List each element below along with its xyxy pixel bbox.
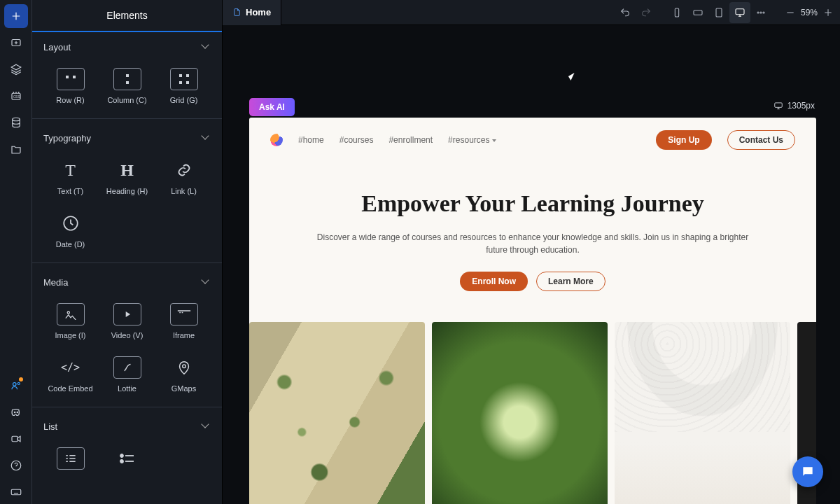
svg-rect-16 <box>675 8 678 17</box>
top-bar: Home 59% <box>223 0 840 25</box>
svg-rect-23 <box>774 103 782 107</box>
gallery-image-3[interactable] <box>615 322 790 504</box>
svg-text:CSS: CSS <box>13 95 19 99</box>
chevron-down-icon <box>202 43 211 52</box>
rail-insert-section[interactable] <box>4 31 28 55</box>
rail-data[interactable] <box>4 111 28 134</box>
section-header-list[interactable]: List <box>43 421 211 432</box>
rail-help[interactable] <box>4 454 28 477</box>
svg-point-15 <box>120 460 123 463</box>
rail-files[interactable] <box>4 137 28 161</box>
element-list-a[interactable] <box>43 440 97 477</box>
zoom-out[interactable] <box>783 2 798 23</box>
section-list: List <box>32 412 222 479</box>
chevron-down-icon <box>202 279 211 287</box>
rail-team[interactable] <box>4 374 28 398</box>
mouse-cursor-icon <box>569 74 579 87</box>
chevron-down-icon <box>202 423 211 431</box>
nav-courses[interactable]: #courses <box>340 135 374 145</box>
site-header: #home #courses #enrollment #resources Si… <box>249 118 816 162</box>
rail-add[interactable] <box>4 4 28 28</box>
element-gmaps[interactable]: GMaps <box>157 349 211 400</box>
element-column[interactable]: Column (C) <box>100 61 154 111</box>
section-header-typography[interactable]: Typography <box>43 133 211 144</box>
rail-css[interactable]: CSS <box>4 84 28 108</box>
svg-point-21 <box>760 11 762 13</box>
element-list-b[interactable] <box>100 440 154 477</box>
enroll-button[interactable]: Enroll Now <box>460 272 528 291</box>
section-header-layout[interactable]: Layout <box>43 42 211 52</box>
signup-button[interactable]: Sign Up <box>656 130 711 150</box>
panel-title: Elements <box>32 0 222 32</box>
viewport-tablet[interactable] <box>708 2 729 23</box>
zoom-control: 59% <box>783 2 836 23</box>
element-date[interactable]: Date (D) <box>43 205 97 255</box>
learn-more-button[interactable]: Learn More <box>536 272 606 291</box>
nav-home[interactable]: #home <box>298 135 324 145</box>
element-grid[interactable]: Grid (G) <box>157 61 211 111</box>
chat-icon <box>801 465 815 479</box>
svg-point-5 <box>18 383 20 385</box>
hero-text[interactable]: Discover a wide range of courses and res… <box>309 231 757 256</box>
gallery-image-2[interactable] <box>432 322 608 504</box>
rail-keyboard[interactable] <box>4 480 28 504</box>
preview-page[interactable]: #home #courses #enrollment #resources Si… <box>249 118 816 504</box>
svg-point-20 <box>757 11 759 13</box>
element-code-embed[interactable]: </>Code Embed <box>43 349 97 400</box>
viewport-size-indicator[interactable]: 1305px <box>774 101 815 111</box>
design-canvas[interactable]: Ask AI 1305px #home #courses #enrollment… <box>223 25 840 504</box>
element-link[interactable]: Link (L) <box>157 152 211 202</box>
image-gallery <box>249 312 816 504</box>
svg-rect-8 <box>12 436 18 442</box>
tool-rail: CSS <box>0 0 32 504</box>
hero-title[interactable]: Empower Your Learning Journey <box>305 190 760 217</box>
rail-discord[interactable] <box>4 400 28 424</box>
tab-label: Home <box>246 7 271 18</box>
element-heading[interactable]: HHeading (H) <box>100 152 154 202</box>
svg-point-12 <box>67 312 69 314</box>
hero-section: Empower Your Learning Journey Discover a… <box>249 162 816 312</box>
section-title: Layout <box>43 42 71 52</box>
section-title: Typography <box>43 133 91 144</box>
rail-layers[interactable] <box>4 57 28 81</box>
svg-point-6 <box>14 412 15 413</box>
element-video[interactable]: Video (V) <box>100 296 154 346</box>
element-text[interactable]: TText (T) <box>43 152 97 202</box>
undo-button[interactable] <box>615 2 636 23</box>
nav-resources[interactable]: #resources <box>448 135 496 145</box>
ask-ai-button[interactable]: Ask AI <box>249 98 295 116</box>
svg-point-14 <box>120 454 123 457</box>
viewport-tablet-landscape[interactable] <box>687 2 708 23</box>
section-title: List <box>43 421 57 432</box>
viewport-mobile[interactable] <box>666 2 687 23</box>
svg-rect-17 <box>694 10 702 15</box>
nav-enrollment[interactable]: #enrollment <box>388 135 433 145</box>
element-lottie[interactable]: Lottie <box>100 349 154 400</box>
section-media: Media Image (I) Video (V) Iframe </>Code… <box>32 267 222 402</box>
svg-point-3 <box>12 118 20 121</box>
viewport-desktop[interactable] <box>729 2 750 23</box>
contact-button[interactable]: Contact Us <box>727 130 795 150</box>
more-viewports[interactable] <box>750 2 771 23</box>
rail-video[interactable] <box>4 427 28 451</box>
svg-rect-18 <box>716 8 722 17</box>
section-layout: Layout Row (R) Column (C) Grid (G) <box>32 32 222 114</box>
site-logo-icon[interactable] <box>270 134 283 146</box>
element-image[interactable]: Image (I) <box>43 296 97 346</box>
element-iframe[interactable]: Iframe <box>157 296 211 346</box>
redo-button[interactable] <box>636 2 657 23</box>
svg-rect-19 <box>736 8 744 14</box>
elements-panel: Elements Layout Row (R) Column (C) Grid … <box>32 0 223 504</box>
file-icon <box>232 8 241 17</box>
section-header-media[interactable]: Media <box>43 277 211 288</box>
chat-fab[interactable] <box>792 456 823 487</box>
section-title: Media <box>43 277 68 288</box>
monitor-icon <box>774 102 783 110</box>
svg-rect-10 <box>11 489 21 495</box>
zoom-value[interactable]: 59% <box>801 8 818 18</box>
element-row[interactable]: Row (R) <box>43 61 97 111</box>
gallery-image-1[interactable] <box>249 322 425 504</box>
zoom-in[interactable] <box>820 2 836 23</box>
page-tab-home[interactable]: Home <box>223 0 281 25</box>
notification-dot-icon <box>19 377 23 382</box>
